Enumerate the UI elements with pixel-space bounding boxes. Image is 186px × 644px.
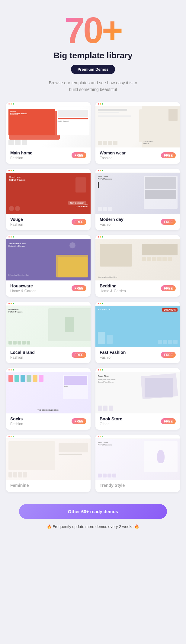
free-badge-women-wear: FREE bbox=[161, 152, 176, 158]
card-text-modern-day: Modern day Fashion bbox=[100, 217, 123, 227]
premium-badge: Premium Demos bbox=[71, 65, 115, 74]
card-category-socks: Fashion bbox=[10, 422, 23, 426]
card-image-socks: THE SOCK COLLECTION Socks bbox=[6, 368, 91, 413]
card-info-local-brand: Local Brand Fashion FREE bbox=[6, 347, 91, 363]
card-info-feminine: Feminine bbox=[6, 480, 91, 492]
card-info-fast-fashion: Fast Fashion Fashion FREE bbox=[95, 347, 180, 363]
card-text-trendy-style: Trendy Style bbox=[100, 483, 125, 488]
page-wrapper: 70+ Big template library Premium Demos B… bbox=[0, 0, 186, 544]
card-name-women-wear: Women wear bbox=[100, 150, 126, 155]
browser-frame-modern-day: Mom LooseFit Full Trousers bbox=[95, 169, 180, 214]
card-info-modern-day: Modern day Fashion FREE bbox=[95, 214, 180, 230]
template-card-socks[interactable]: THE SOCK COLLECTION Socks Socks Fashion … bbox=[6, 368, 91, 430]
card-info-bedding: Bedding Home & Garden FREE bbox=[95, 280, 180, 297]
template-card-trendy-style[interactable]: Mom LooseFit Full Trousers Trendy Style bbox=[95, 435, 180, 492]
card-image-book-store: Book Store 4 Ways to Take BetterCare of … bbox=[95, 368, 180, 413]
card-name-fast-fashion: Fast Fashion bbox=[100, 350, 126, 355]
card-text-socks: Socks Fashion bbox=[10, 416, 23, 426]
card-name-local-brand: Local Brand bbox=[10, 350, 35, 355]
card-category-fast-fashion: Fashion bbox=[100, 355, 126, 360]
template-card-bedding[interactable]: 5 tips for a Good Night Sleep Bedding Ho… bbox=[95, 235, 180, 297]
free-badge-fast-fashion: FREE bbox=[161, 352, 176, 358]
card-info-main-home: Main home Fashion FREE bbox=[6, 147, 91, 164]
browser-frame-houseware: A Reflection of YourDistinctive Choices … bbox=[6, 235, 91, 280]
card-image-modern-day: Mom LooseFit Full Trousers bbox=[95, 169, 180, 214]
card-name-modern-day: Modern day bbox=[100, 217, 123, 222]
card-category-main-home: Fashion bbox=[10, 156, 32, 160]
card-image-local-brand: Mom LooseFit Full Trousers bbox=[6, 302, 91, 347]
browser-frame-trendy-style: Mom LooseFit Full Trousers bbox=[95, 435, 180, 480]
card-name-feminine: Feminine bbox=[10, 483, 29, 488]
card-category-local-brand: Fashion bbox=[10, 355, 35, 360]
card-text-bedding: Bedding Home & Garden bbox=[100, 283, 126, 293]
browser-frame-vouge: Mom LooseFit Full Trousers New Collectio… bbox=[6, 169, 91, 214]
card-text-local-brand: Local Brand Fashion bbox=[10, 350, 35, 360]
free-badge-socks: FREE bbox=[72, 418, 86, 424]
free-badge-bedding: FREE bbox=[161, 285, 176, 291]
update-notice: 🔥 Frequently update more demos every 2 w… bbox=[6, 524, 180, 529]
card-category-bedding: Home & Garden bbox=[100, 289, 126, 293]
card-name-vouge: Vouge bbox=[10, 217, 23, 222]
card-category-vouge: Fashion bbox=[10, 222, 23, 227]
template-card-main-home[interactable]: DoubleBreasted Double Breasted bbox=[6, 102, 91, 164]
card-info-book-store: Book Store Other FREE bbox=[95, 413, 180, 430]
browser-frame-local-brand: Mom LooseFit Full Trousers bbox=[6, 302, 91, 347]
template-card-feminine[interactable]: Feminine bbox=[6, 435, 91, 492]
card-info-trendy-style: Trendy Style bbox=[95, 480, 180, 492]
hero-description: Browse our templates and see how easy it… bbox=[45, 79, 141, 93]
free-badge-main-home: FREE bbox=[72, 152, 86, 158]
card-text-houseware: Houseware Home & Garden bbox=[10, 283, 37, 293]
browser-frame-feminine bbox=[6, 435, 91, 480]
card-text-vouge: Vouge Fashion bbox=[10, 217, 23, 227]
card-text-main-home: Main home Fashion bbox=[10, 150, 32, 160]
card-category-women-wear: Fashion bbox=[100, 156, 126, 160]
cta-section: Other 60+ ready demos 🔥 Frequently updat… bbox=[6, 504, 180, 529]
card-image-fast-fashion: FASHION SWEATERS bbox=[95, 302, 180, 347]
card-info-women-wear: Women wear Fashion FREE bbox=[95, 147, 180, 164]
cta-button[interactable]: Other 60+ ready demos bbox=[19, 504, 167, 519]
browser-frame-women-wear: The PerfectMatch bbox=[95, 102, 180, 147]
template-card-fast-fashion[interactable]: FASHION SWEATERS Fast Fashion F bbox=[95, 302, 180, 363]
card-name-houseware: Houseware bbox=[10, 283, 37, 288]
browser-frame-fast-fashion: FASHION SWEATERS bbox=[95, 302, 180, 347]
hero-number: 70+ bbox=[6, 12, 180, 48]
free-badge-local-brand: FREE bbox=[72, 352, 86, 358]
card-name-main-home: Main home bbox=[10, 150, 32, 155]
template-card-book-store[interactable]: Book Store 4 Ways to Take BetterCare of … bbox=[95, 368, 180, 430]
template-card-houseware[interactable]: A Reflection of YourDistinctive Choices … bbox=[6, 235, 91, 297]
free-badge-modern-day: FREE bbox=[161, 219, 176, 225]
card-image-main-home: DoubleBreasted Double Breasted bbox=[6, 102, 91, 147]
browser-frame-bedding: 5 tips for a Good Night Sleep bbox=[95, 235, 180, 280]
template-grid: DoubleBreasted Double Breasted bbox=[6, 102, 180, 492]
template-card-local-brand[interactable]: Mom LooseFit Full Trousers Local Brand F… bbox=[6, 302, 91, 363]
card-name-trendy-style: Trendy Style bbox=[100, 483, 125, 488]
card-text-feminine: Feminine bbox=[10, 483, 29, 488]
hero-section: 70+ Big template library Premium Demos B… bbox=[6, 12, 180, 93]
card-category-houseware: Home & Garden bbox=[10, 289, 37, 293]
browser-frame-book-store: Book Store 4 Ways to Take BetterCare of … bbox=[95, 368, 180, 413]
card-category-modern-day: Fashion bbox=[100, 222, 123, 227]
card-image-feminine bbox=[6, 435, 91, 480]
card-info-socks: Socks Fashion FREE bbox=[6, 413, 91, 430]
template-card-modern-day[interactable]: Mom LooseFit Full Trousers Modern day bbox=[95, 169, 180, 230]
card-category-book-store: Other bbox=[100, 422, 122, 426]
card-text-book-store: Book Store Other bbox=[100, 416, 122, 426]
card-text-fast-fashion: Fast Fashion Fashion bbox=[100, 350, 126, 360]
card-image-bedding: 5 tips for a Good Night Sleep bbox=[95, 235, 180, 280]
browser-frame-main-home: DoubleBreasted Double Breasted bbox=[6, 102, 91, 147]
card-name-book-store: Book Store bbox=[100, 416, 122, 421]
free-badge-vouge: FREE bbox=[72, 219, 86, 225]
card-text-women-wear: Women wear Fashion bbox=[100, 150, 126, 160]
hero-title: Big template library bbox=[6, 51, 180, 60]
template-card-women-wear[interactable]: The PerfectMatch Women wear Fashion FREE bbox=[95, 102, 180, 164]
card-info-vouge: Vouge Fashion FREE bbox=[6, 214, 91, 230]
card-image-vouge: Mom LooseFit Full Trousers New Collectio… bbox=[6, 169, 91, 214]
card-image-houseware: A Reflection of YourDistinctive Choices … bbox=[6, 235, 91, 280]
card-image-trendy-style: Mom LooseFit Full Trousers bbox=[95, 435, 180, 480]
card-image-women-wear: The PerfectMatch bbox=[95, 102, 180, 147]
free-badge-houseware: FREE bbox=[72, 285, 86, 291]
card-name-socks: Socks bbox=[10, 416, 23, 421]
free-badge-book-store: FREE bbox=[161, 418, 176, 424]
browser-frame-socks: THE SOCK COLLECTION Socks bbox=[6, 368, 91, 413]
template-card-vouge[interactable]: Mom LooseFit Full Trousers New Collectio… bbox=[6, 169, 91, 230]
